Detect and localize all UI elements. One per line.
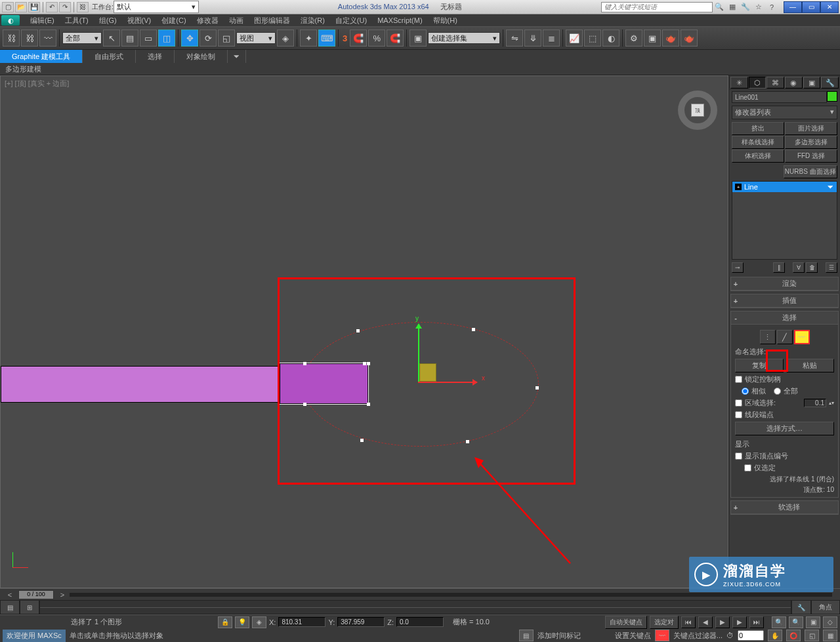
display-tab-icon[interactable]: ▣	[803, 77, 821, 89]
next-key-icon[interactable]: ▶	[732, 616, 747, 628]
viewport-nav-icon[interactable]: ▦	[823, 630, 837, 641]
ribbon-expand-icon[interactable]: ⏷	[228, 50, 246, 63]
ribbon-tab-freeform[interactable]: 自由形式	[83, 50, 136, 63]
curve-editor-icon[interactable]: 📈	[566, 30, 583, 47]
open-file-icon[interactable]: 📂	[15, 2, 27, 12]
snap-3d-icon[interactable]: 3	[341, 33, 348, 43]
pivot-center-icon[interactable]: ◈	[277, 30, 294, 47]
face-select-button[interactable]: 面片选择	[785, 122, 837, 135]
help-search-input[interactable]	[601, 2, 713, 12]
max-toggle-icon[interactable]: ◱	[805, 630, 819, 641]
link-tool-icon[interactable]: ⛓	[3, 30, 20, 47]
next-frame-icon[interactable]: >	[58, 590, 67, 599]
stack-item-line[interactable]: +Line⏷	[732, 182, 837, 192]
motion-tab-icon[interactable]: ◉	[785, 77, 803, 89]
timetag-icon[interactable]: ▤	[519, 630, 534, 641]
ref-coord-system[interactable]: 视图▾	[236, 32, 276, 44]
pan-icon[interactable]: ✋	[768, 630, 782, 641]
bind-sp-icon[interactable]: 〰	[39, 30, 56, 47]
transform-type-icon[interactable]: ◈	[252, 616, 266, 628]
area-spinner[interactable]	[804, 399, 826, 407]
save-file-icon[interactable]: 💾	[28, 2, 40, 12]
viewport[interactable]: [+] [顶] [真实 + 边面] 顶 x y	[0, 75, 728, 588]
time-slider-track[interactable]	[70, 593, 832, 597]
select-by-name-icon[interactable]: ▤	[121, 30, 138, 47]
show-vertnum-checkbox[interactable]	[735, 452, 742, 460]
zoom-ext-icon[interactable]: ▣	[806, 616, 820, 628]
selection-filter[interactable]: 全部▾	[62, 32, 102, 44]
add-time-tag[interactable]: 添加时间标记	[537, 631, 581, 641]
wrench-icon[interactable]: 🔧	[740, 2, 751, 12]
ribbon-tab-graphite[interactable]: Graphite 建模工具	[0, 50, 83, 63]
window-crossing-icon[interactable]: ◫	[158, 30, 175, 47]
chevron-down-icon[interactable]: ⏷	[827, 183, 834, 191]
extrude-button[interactable]: 挤出	[732, 122, 784, 135]
star-icon[interactable]: ☆	[753, 2, 765, 12]
link-icon[interactable]: ⛓	[77, 2, 89, 12]
close-button[interactable]: ✕	[820, 1, 839, 13]
menu-maxscript[interactable]: MAXScript(M)	[372, 15, 427, 26]
render-icon[interactable]: 🫖	[662, 30, 679, 47]
sel-only-checkbox[interactable]	[744, 464, 751, 471]
current-frame-input[interactable]	[738, 630, 764, 641]
percent-snap-icon[interactable]: %	[368, 30, 385, 47]
render-frame-icon[interactable]: ▣	[644, 30, 661, 47]
application-icon[interactable]	[1, 15, 20, 26]
menu-views[interactable]: 视图(V)	[122, 14, 157, 27]
undo-icon[interactable]: ↶	[46, 2, 58, 12]
viewport-label[interactable]: [+] [顶] [真实 + 边面]	[5, 79, 69, 89]
search-go-icon[interactable]: 🔍	[713, 2, 725, 12]
prev-key-icon[interactable]: ◀	[698, 616, 713, 628]
remove-mod-icon[interactable]: 🗑	[806, 262, 818, 273]
isolate-icon[interactable]: 💡	[235, 616, 249, 628]
layer-icon[interactable]: ≣	[543, 30, 560, 47]
object-name-input[interactable]	[732, 91, 827, 103]
time-slider-handle[interactable]: 0 / 100	[18, 590, 54, 599]
angle-snap-icon[interactable]: 🧲	[350, 30, 367, 47]
trackbar-ruler[interactable]	[39, 600, 791, 614]
viewcube[interactable]: 顶	[678, 90, 717, 143]
play-icon[interactable]: ▶	[715, 616, 730, 628]
object-color-swatch[interactable]	[827, 91, 837, 102]
ffd-select-button[interactable]: FFD 选择	[785, 150, 837, 163]
utilities-tab-icon[interactable]: 🔧	[821, 77, 839, 89]
vol-select-button[interactable]: 体积选择	[732, 150, 784, 163]
spline-select-button[interactable]: 样条线选择	[732, 136, 784, 149]
spline-sub-icon[interactable]: 〰	[794, 330, 810, 344]
trackbar-mini-icon[interactable]: ⊞	[20, 600, 39, 614]
select-object-icon[interactable]: ↖	[103, 30, 120, 47]
set-key-target[interactable]: 选定对	[650, 616, 679, 629]
listener-panel[interactable]: 欢迎使用 MAXSc	[3, 630, 66, 642]
show-end-result-icon[interactable]: ‖	[773, 262, 785, 273]
modifier-stack[interactable]: +Line⏷	[732, 181, 837, 260]
modify-tab-icon[interactable]: ⬡	[749, 77, 766, 89]
nurbs-button[interactable]: NURBS 曲面选择	[784, 165, 838, 178]
comm-center-icon[interactable]: ▦	[726, 2, 738, 12]
keyboard-shortcut-icon[interactable]: ⌨	[318, 30, 335, 47]
manipulate-icon[interactable]: ✦	[300, 30, 317, 47]
named-selection-sets[interactable]: 创建选择集▾	[428, 32, 500, 44]
select-and-move-icon[interactable]: ✥	[181, 30, 198, 47]
expand-icon[interactable]: +	[735, 184, 742, 190]
x-coord-input[interactable]	[278, 617, 326, 627]
segment-sub-icon[interactable]: ╱	[777, 330, 793, 344]
time-config-icon[interactable]: ⏱	[726, 632, 734, 639]
spinner-arrows-icon[interactable]: ▴▾	[829, 400, 834, 406]
key-filters-icon[interactable]: 〰	[655, 630, 669, 641]
zoom-icon[interactable]: 🔍	[772, 616, 786, 628]
spinner-snap-icon[interactable]: 🧲	[387, 30, 404, 47]
trackbar-toggle-icon[interactable]: ▤	[0, 600, 20, 614]
lock-handles-checkbox[interactable]	[735, 376, 742, 383]
z-coord-input[interactable]	[396, 617, 444, 627]
ribbon-tab-paint[interactable]: 对象绘制	[175, 50, 228, 63]
y-coord-input[interactable]	[337, 617, 385, 627]
orbit-icon[interactable]: ⭕	[786, 630, 801, 641]
hierarchy-tab-icon[interactable]: ⌘	[766, 77, 784, 89]
select-method-button[interactable]: 选择方式…	[735, 422, 834, 435]
align-icon[interactable]: ⤋	[524, 30, 541, 47]
maximize-button[interactable]: ▭	[802, 1, 820, 13]
create-tab-icon[interactable]: ✳	[730, 77, 748, 89]
schematic-icon[interactable]: ⬚	[584, 30, 601, 47]
ribbon-tab-selection[interactable]: 选择	[136, 50, 175, 63]
area-select-checkbox[interactable]	[735, 399, 742, 407]
